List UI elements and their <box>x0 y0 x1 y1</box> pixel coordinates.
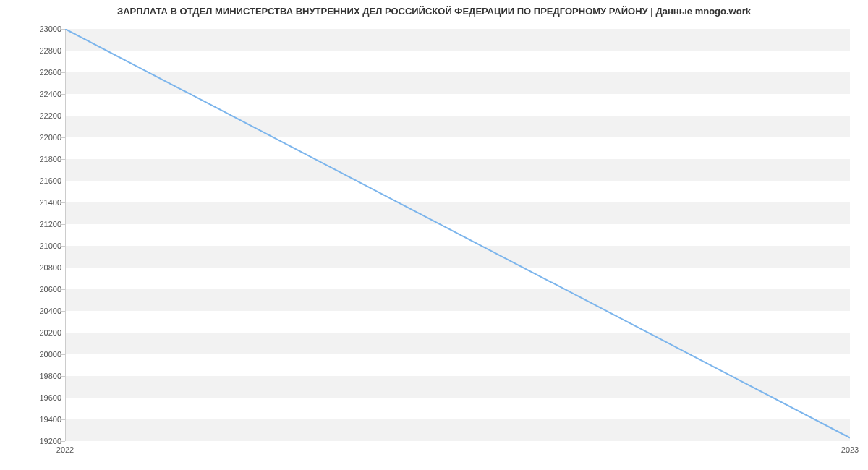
y-axis-tick-label: 22200 <box>4 111 61 120</box>
y-axis-tick-label: 19600 <box>4 393 61 402</box>
x-axis-tick-label: 2023 <box>841 445 859 454</box>
y-axis-tick-label: 22400 <box>4 90 61 98</box>
y-axis-tick-label: 21600 <box>4 176 61 185</box>
y-axis-tick-label: 21200 <box>4 220 61 228</box>
chart-plot-area <box>65 29 850 441</box>
y-axis-tick-label: 20800 <box>4 263 61 272</box>
x-axis-tick-label: 2022 <box>56 445 74 454</box>
y-axis-tick-label: 21400 <box>4 198 61 207</box>
y-axis-tick-label: 19800 <box>4 372 61 380</box>
y-axis-tick-mark <box>61 441 65 442</box>
y-axis-tick-label: 22600 <box>4 68 61 77</box>
y-axis-tick-label: 21800 <box>4 155 61 163</box>
y-axis-tick-label: 19200 <box>4 437 61 445</box>
y-axis-tick-label: 19400 <box>4 415 61 424</box>
y-axis-tick-label: 21000 <box>4 242 61 250</box>
chart-line-series <box>65 29 850 441</box>
y-axis-tick-label: 20600 <box>4 285 61 294</box>
y-axis-tick-label: 20400 <box>4 307 61 315</box>
y-axis-tick-label: 22000 <box>4 133 61 142</box>
y-axis-tick-label: 20000 <box>4 350 61 359</box>
y-axis-tick-label: 23000 <box>4 25 61 33</box>
chart-title: ЗАРПЛАТА В ОТДЕЛ МИНИСТЕРСТВА ВНУТРЕННИХ… <box>0 6 868 17</box>
y-axis-tick-label: 20200 <box>4 328 61 337</box>
y-axis-tick-label: 22800 <box>4 46 61 55</box>
